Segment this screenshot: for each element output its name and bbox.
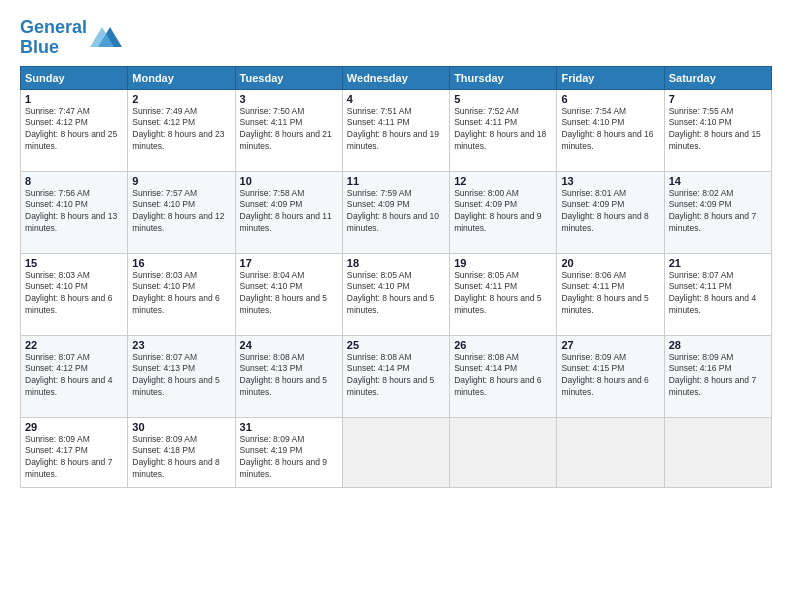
day-number: 8 (25, 175, 123, 187)
calendar-cell: 17Sunrise: 8:04 AMSunset: 4:10 PMDayligh… (235, 253, 342, 335)
calendar-cell: 3Sunrise: 7:50 AMSunset: 4:11 PMDaylight… (235, 89, 342, 171)
day-info: Sunrise: 8:07 AMSunset: 4:12 PMDaylight:… (25, 352, 123, 400)
calendar-header-row: SundayMondayTuesdayWednesdayThursdayFrid… (21, 66, 772, 89)
day-number: 9 (132, 175, 230, 187)
calendar-cell: 2Sunrise: 7:49 AMSunset: 4:12 PMDaylight… (128, 89, 235, 171)
day-number: 27 (561, 339, 659, 351)
day-number: 2 (132, 93, 230, 105)
weekday-header: Wednesday (342, 66, 449, 89)
day-number: 28 (669, 339, 767, 351)
calendar-cell: 10Sunrise: 7:58 AMSunset: 4:09 PMDayligh… (235, 171, 342, 253)
calendar-cell: 20Sunrise: 8:06 AMSunset: 4:11 PMDayligh… (557, 253, 664, 335)
calendar-cell: 25Sunrise: 8:08 AMSunset: 4:14 PMDayligh… (342, 335, 449, 417)
day-number: 13 (561, 175, 659, 187)
day-info: Sunrise: 8:02 AMSunset: 4:09 PMDaylight:… (669, 188, 767, 236)
calendar-cell (557, 417, 664, 487)
day-info: Sunrise: 7:56 AMSunset: 4:10 PMDaylight:… (25, 188, 123, 236)
calendar-cell: 12Sunrise: 8:00 AMSunset: 4:09 PMDayligh… (450, 171, 557, 253)
day-info: Sunrise: 7:55 AMSunset: 4:10 PMDaylight:… (669, 106, 767, 154)
calendar-cell (664, 417, 771, 487)
calendar-cell: 6Sunrise: 7:54 AMSunset: 4:10 PMDaylight… (557, 89, 664, 171)
day-info: Sunrise: 8:09 AMSunset: 4:19 PMDaylight:… (240, 434, 338, 482)
calendar-cell: 4Sunrise: 7:51 AMSunset: 4:11 PMDaylight… (342, 89, 449, 171)
calendar-cell: 31Sunrise: 8:09 AMSunset: 4:19 PMDayligh… (235, 417, 342, 487)
day-info: Sunrise: 7:49 AMSunset: 4:12 PMDaylight:… (132, 106, 230, 154)
day-info: Sunrise: 7:54 AMSunset: 4:10 PMDaylight:… (561, 106, 659, 154)
day-number: 3 (240, 93, 338, 105)
day-number: 1 (25, 93, 123, 105)
calendar-cell: 28Sunrise: 8:09 AMSunset: 4:16 PMDayligh… (664, 335, 771, 417)
calendar-cell: 26Sunrise: 8:08 AMSunset: 4:14 PMDayligh… (450, 335, 557, 417)
day-info: Sunrise: 8:08 AMSunset: 4:14 PMDaylight:… (454, 352, 552, 400)
day-info: Sunrise: 7:58 AMSunset: 4:09 PMDaylight:… (240, 188, 338, 236)
day-number: 10 (240, 175, 338, 187)
calendar-cell: 14Sunrise: 8:02 AMSunset: 4:09 PMDayligh… (664, 171, 771, 253)
calendar-cell: 9Sunrise: 7:57 AMSunset: 4:10 PMDaylight… (128, 171, 235, 253)
day-number: 24 (240, 339, 338, 351)
day-number: 30 (132, 421, 230, 433)
calendar-cell: 11Sunrise: 7:59 AMSunset: 4:09 PMDayligh… (342, 171, 449, 253)
day-number: 17 (240, 257, 338, 269)
calendar-week-row: 29Sunrise: 8:09 AMSunset: 4:17 PMDayligh… (21, 417, 772, 487)
day-number: 6 (561, 93, 659, 105)
day-number: 5 (454, 93, 552, 105)
calendar-cell: 7Sunrise: 7:55 AMSunset: 4:10 PMDaylight… (664, 89, 771, 171)
calendar-cell: 22Sunrise: 8:07 AMSunset: 4:12 PMDayligh… (21, 335, 128, 417)
calendar-cell (342, 417, 449, 487)
calendar-cell (450, 417, 557, 487)
weekday-header: Monday (128, 66, 235, 89)
calendar-week-row: 1Sunrise: 7:47 AMSunset: 4:12 PMDaylight… (21, 89, 772, 171)
calendar-week-row: 15Sunrise: 8:03 AMSunset: 4:10 PMDayligh… (21, 253, 772, 335)
calendar-cell: 23Sunrise: 8:07 AMSunset: 4:13 PMDayligh… (128, 335, 235, 417)
day-info: Sunrise: 7:52 AMSunset: 4:11 PMDaylight:… (454, 106, 552, 154)
day-info: Sunrise: 7:51 AMSunset: 4:11 PMDaylight:… (347, 106, 445, 154)
day-number: 22 (25, 339, 123, 351)
day-number: 31 (240, 421, 338, 433)
day-info: Sunrise: 8:07 AMSunset: 4:13 PMDaylight:… (132, 352, 230, 400)
day-info: Sunrise: 8:01 AMSunset: 4:09 PMDaylight:… (561, 188, 659, 236)
calendar-cell: 16Sunrise: 8:03 AMSunset: 4:10 PMDayligh… (128, 253, 235, 335)
day-info: Sunrise: 8:05 AMSunset: 4:10 PMDaylight:… (347, 270, 445, 318)
weekday-header: Saturday (664, 66, 771, 89)
calendar-cell: 27Sunrise: 8:09 AMSunset: 4:15 PMDayligh… (557, 335, 664, 417)
day-info: Sunrise: 8:07 AMSunset: 4:11 PMDaylight:… (669, 270, 767, 318)
page: General Blue SundayMondayTuesdayWednesda… (0, 0, 792, 612)
day-number: 23 (132, 339, 230, 351)
day-info: Sunrise: 8:03 AMSunset: 4:10 PMDaylight:… (25, 270, 123, 318)
day-number: 25 (347, 339, 445, 351)
weekday-header: Sunday (21, 66, 128, 89)
calendar-cell: 1Sunrise: 7:47 AMSunset: 4:12 PMDaylight… (21, 89, 128, 171)
calendar-cell: 15Sunrise: 8:03 AMSunset: 4:10 PMDayligh… (21, 253, 128, 335)
logo-icon (90, 23, 122, 51)
day-number: 11 (347, 175, 445, 187)
calendar-cell: 5Sunrise: 7:52 AMSunset: 4:11 PMDaylight… (450, 89, 557, 171)
calendar-cell: 29Sunrise: 8:09 AMSunset: 4:17 PMDayligh… (21, 417, 128, 487)
day-info: Sunrise: 8:05 AMSunset: 4:11 PMDaylight:… (454, 270, 552, 318)
day-info: Sunrise: 8:00 AMSunset: 4:09 PMDaylight:… (454, 188, 552, 236)
day-number: 7 (669, 93, 767, 105)
calendar-cell: 30Sunrise: 8:09 AMSunset: 4:18 PMDayligh… (128, 417, 235, 487)
day-number: 21 (669, 257, 767, 269)
calendar-cell: 24Sunrise: 8:08 AMSunset: 4:13 PMDayligh… (235, 335, 342, 417)
calendar-cell: 13Sunrise: 8:01 AMSunset: 4:09 PMDayligh… (557, 171, 664, 253)
day-info: Sunrise: 8:08 AMSunset: 4:13 PMDaylight:… (240, 352, 338, 400)
header: General Blue (20, 18, 772, 58)
day-info: Sunrise: 8:09 AMSunset: 4:18 PMDaylight:… (132, 434, 230, 482)
day-info: Sunrise: 8:04 AMSunset: 4:10 PMDaylight:… (240, 270, 338, 318)
day-info: Sunrise: 7:50 AMSunset: 4:11 PMDaylight:… (240, 106, 338, 154)
day-number: 14 (669, 175, 767, 187)
day-number: 4 (347, 93, 445, 105)
day-number: 29 (25, 421, 123, 433)
day-info: Sunrise: 8:08 AMSunset: 4:14 PMDaylight:… (347, 352, 445, 400)
day-number: 26 (454, 339, 552, 351)
calendar-week-row: 8Sunrise: 7:56 AMSunset: 4:10 PMDaylight… (21, 171, 772, 253)
day-info: Sunrise: 8:09 AMSunset: 4:17 PMDaylight:… (25, 434, 123, 482)
day-number: 20 (561, 257, 659, 269)
calendar-cell: 19Sunrise: 8:05 AMSunset: 4:11 PMDayligh… (450, 253, 557, 335)
day-info: Sunrise: 8:09 AMSunset: 4:15 PMDaylight:… (561, 352, 659, 400)
day-number: 15 (25, 257, 123, 269)
calendar-cell: 18Sunrise: 8:05 AMSunset: 4:10 PMDayligh… (342, 253, 449, 335)
calendar-table: SundayMondayTuesdayWednesdayThursdayFrid… (20, 66, 772, 488)
day-info: Sunrise: 7:59 AMSunset: 4:09 PMDaylight:… (347, 188, 445, 236)
calendar-cell: 8Sunrise: 7:56 AMSunset: 4:10 PMDaylight… (21, 171, 128, 253)
